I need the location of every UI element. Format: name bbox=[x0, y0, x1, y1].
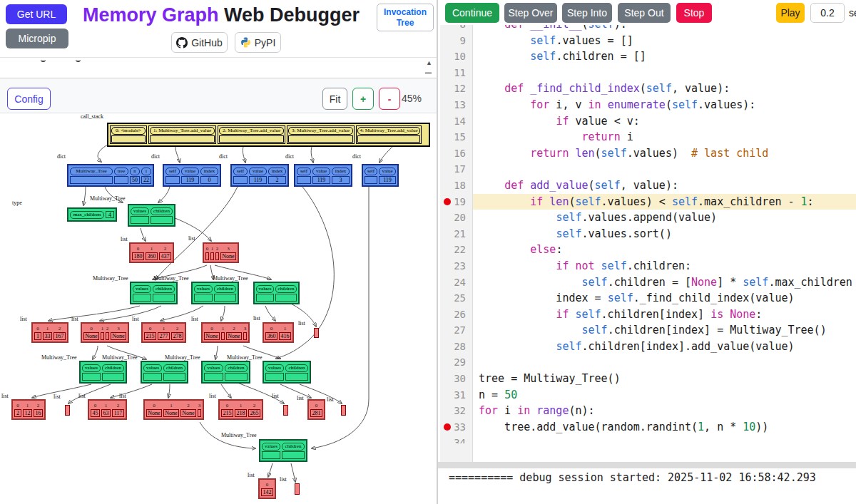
stack-frame[interactable]: 0: <module> bbox=[110, 125, 147, 144]
line-number[interactable]: 30 bbox=[440, 371, 473, 387]
line-number[interactable]: 12 bbox=[440, 81, 473, 97]
class-node[interactable]: valueschildren bbox=[263, 361, 311, 384]
code-line[interactable]: 24 self.children = [None] * self.max_chi… bbox=[440, 274, 856, 291]
panel-divider[interactable] bbox=[438, 462, 856, 468]
dict-node[interactable]: selfvalue119 bbox=[362, 164, 399, 187]
code-line[interactable]: 19 if len(self.values) < self.max_childr… bbox=[440, 194, 856, 210]
code-line[interactable]: 9 self.values = [] bbox=[440, 33, 856, 49]
code-line[interactable]: 8 def __init__(self): bbox=[440, 25, 856, 33]
github-link-button[interactable]: GitHub bbox=[171, 32, 228, 53]
list-node[interactable]: 01360416 bbox=[263, 322, 294, 343]
code-line[interactable]: 12 def _find_child_index(self, value): bbox=[440, 81, 856, 97]
line-number[interactable]: 28 bbox=[440, 339, 473, 355]
code-line[interactable]: 30tree = Multiway_Tree() bbox=[440, 371, 856, 387]
code-editor[interactable]: 8 def __init__(self):9 self.values = []1… bbox=[440, 25, 856, 462]
class-node[interactable]: valueschildren bbox=[191, 282, 239, 304]
code-line[interactable]: 21 self.values.sort() bbox=[440, 226, 856, 242]
list-node[interactable]: 012180360437 bbox=[129, 242, 174, 263]
list-node[interactable]: 012215277278 bbox=[141, 322, 186, 343]
code-line[interactable]: 20 self.values.append(value) bbox=[440, 210, 856, 226]
line-number[interactable]: 18 bbox=[440, 178, 473, 194]
stack-frame[interactable]: 1: Multiway_Tree.add_value bbox=[148, 125, 216, 144]
line-number[interactable]: 15 bbox=[440, 129, 473, 145]
play-button[interactable]: Play bbox=[776, 3, 805, 23]
code-line[interactable]: 14 if value < v: bbox=[440, 113, 856, 130]
class-node[interactable]: valueschildren bbox=[130, 282, 178, 304]
list-node[interactable]: 012215218265 bbox=[218, 399, 263, 420]
code-line[interactable]: 32for i in range(n): bbox=[440, 403, 856, 419]
line-number[interactable]: 21 bbox=[440, 226, 473, 242]
list-node-empty[interactable] bbox=[341, 405, 346, 416]
list-node[interactable]: 0124563117 bbox=[88, 399, 127, 420]
continue-button[interactable]: Continue bbox=[445, 3, 499, 23]
list-node[interactable]: 0123NoneNoneNone bbox=[143, 399, 204, 420]
code-line[interactable]: 34 bbox=[440, 435, 856, 451]
line-number[interactable]: 24 bbox=[440, 274, 473, 291]
code-line[interactable]: 10 self.children = [] bbox=[440, 48, 856, 65]
list-node[interactable]: 0281 bbox=[307, 399, 325, 420]
type-node[interactable]: max_children4 bbox=[67, 207, 117, 222]
step-out-button[interactable]: Step Out bbox=[618, 3, 671, 23]
class-node[interactable]: valueschildren bbox=[141, 361, 188, 384]
code-line[interactable]: 15 return i bbox=[440, 129, 856, 145]
call-stack-node[interactable]: 0: <module>1: Multiway_Tree.add_value2: … bbox=[107, 123, 430, 147]
list-node-empty[interactable] bbox=[283, 405, 288, 416]
class-node[interactable]: valueschildren bbox=[201, 361, 250, 384]
dict-node[interactable]: selfvalueindex1192 bbox=[230, 164, 289, 187]
line-number[interactable]: 32 bbox=[440, 403, 473, 419]
list-node-empty[interactable] bbox=[295, 483, 300, 495]
line-number[interactable]: 16 bbox=[440, 145, 473, 162]
list-node-empty[interactable] bbox=[314, 328, 319, 338]
list-node-empty[interactable] bbox=[65, 405, 70, 416]
code-line[interactable]: 11 bbox=[440, 65, 856, 81]
stop-button[interactable]: Stop bbox=[676, 3, 712, 23]
fit-button[interactable]: Fit bbox=[322, 88, 347, 110]
code-line[interactable]: 17 bbox=[440, 161, 856, 178]
line-number[interactable]: 22 bbox=[440, 242, 473, 258]
line-number[interactable]: 17 bbox=[440, 161, 473, 178]
line-number[interactable]: 27 bbox=[440, 322, 473, 339]
dict-node[interactable]: selfvalueindex1193 bbox=[294, 164, 352, 187]
dict-node[interactable]: Multiway_Treetreeni5022 bbox=[67, 164, 154, 187]
line-number[interactable]: 33 bbox=[440, 419, 473, 436]
line-number[interactable]: 29 bbox=[440, 354, 473, 371]
line-number[interactable]: 13 bbox=[440, 97, 473, 113]
class-node[interactable]: valueschildren bbox=[128, 204, 175, 227]
line-number[interactable]: 19 bbox=[440, 194, 473, 210]
list-node[interactable]: 0123NoneNone bbox=[81, 322, 129, 343]
list-node[interactable]: 0142 bbox=[258, 478, 276, 499]
zoom-in-button[interactable]: + bbox=[352, 88, 374, 110]
list-node[interactable]: 01221216 bbox=[11, 399, 46, 420]
line-number[interactable]: 11 bbox=[440, 65, 473, 81]
scroll-up-arrow-icon[interactable]: ▲ bbox=[426, 59, 432, 66]
line-number[interactable]: 23 bbox=[440, 258, 473, 274]
micropip-button[interactable]: Micropip bbox=[6, 29, 68, 48]
code-line[interactable]: 29 bbox=[440, 354, 856, 371]
step-over-button[interactable]: Step Over bbox=[504, 3, 557, 23]
config-button[interactable]: Config bbox=[7, 88, 51, 110]
code-line[interactable]: 25 index = self._find_child_index(value) bbox=[440, 290, 856, 307]
pypi-link-button[interactable]: PyPI bbox=[235, 32, 281, 53]
code-line[interactable]: 23 if not self.children: bbox=[440, 258, 856, 274]
code-line[interactable]: 13 for i, v in enumerate(self.values): bbox=[440, 97, 856, 113]
scrollbar-thumb[interactable] bbox=[425, 72, 432, 74]
stack-frame[interactable]: 4: Multiway_Tree.add_value bbox=[356, 125, 422, 144]
list-node[interactable]: 0123NoneNone bbox=[201, 322, 250, 343]
code-line[interactable]: 26 if self.children[index] is None: bbox=[440, 307, 856, 323]
line-number[interactable]: 9 bbox=[440, 33, 473, 49]
code-line[interactable]: 28 self.children[index].add_value(value) bbox=[440, 339, 856, 355]
code-line[interactable]: 18 def add_value(self, value): bbox=[440, 178, 856, 194]
line-number[interactable]: 31 bbox=[440, 387, 473, 403]
line-number[interactable]: 10 bbox=[440, 48, 473, 65]
code-line[interactable]: 16 return len(self.values) # last child bbox=[440, 145, 856, 162]
class-node[interactable]: valueschildren bbox=[79, 361, 127, 384]
line-number[interactable]: 20 bbox=[440, 210, 473, 226]
invocation-tree-button[interactable]: Invocation Tree bbox=[377, 4, 434, 31]
breakpoint-dot[interactable] bbox=[444, 198, 451, 205]
line-number[interactable]: 8 bbox=[440, 25, 473, 33]
dict-node[interactable]: selfvalueindex1190 bbox=[163, 164, 221, 187]
delay-seconds-input[interactable] bbox=[810, 3, 845, 23]
get-url-button[interactable]: Get URL bbox=[6, 4, 67, 24]
line-number[interactable]: 25 bbox=[440, 290, 473, 307]
zoom-out-button[interactable]: - bbox=[379, 88, 400, 110]
